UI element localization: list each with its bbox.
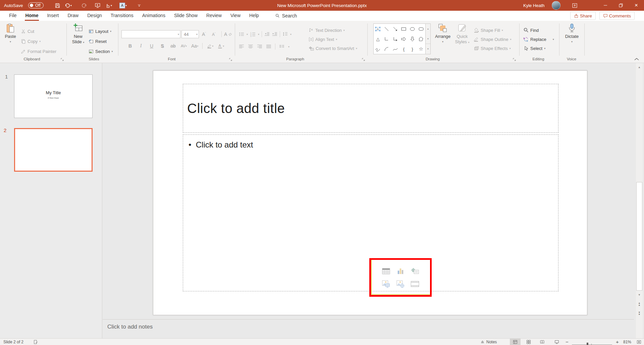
paste-button[interactable]: Paste ▾ bbox=[3, 23, 18, 44]
search-box[interactable]: Search bbox=[271, 11, 301, 21]
title-placeholder[interactable]: Click to add title bbox=[183, 84, 558, 133]
insert-video-button[interactable] bbox=[409, 279, 421, 289]
font-name-combo[interactable]: ▾ bbox=[121, 30, 180, 38]
accessibility-check-button[interactable] bbox=[34, 339, 38, 345]
bullets-icon[interactable] bbox=[239, 32, 244, 37]
shape-curve[interactable] bbox=[391, 44, 399, 54]
share-button[interactable]: Share bbox=[570, 12, 596, 20]
slideshow-view-button[interactable] bbox=[551, 339, 562, 345]
justify-icon[interactable] bbox=[266, 44, 271, 49]
zoom-level[interactable]: 81% bbox=[623, 339, 631, 345]
insert-pictures-button[interactable] bbox=[380, 279, 392, 289]
align-center-icon[interactable] bbox=[248, 44, 253, 49]
cut-button[interactable]: Cut bbox=[21, 27, 34, 35]
zoom-slider-handle[interactable] bbox=[587, 343, 588, 345]
drawing-dialog-launcher[interactable] bbox=[513, 58, 517, 62]
shape-textbox[interactable]: A bbox=[374, 24, 382, 34]
gallery-more-button[interactable]: ▾ bbox=[426, 44, 430, 54]
copy-button[interactable]: Copy▾ bbox=[21, 38, 41, 45]
clear-formatting-button[interactable]: A bbox=[224, 31, 232, 38]
shape-right-arrow[interactable] bbox=[399, 34, 408, 44]
shape-elbow-arrow-connector[interactable] bbox=[391, 34, 399, 44]
shrink-font-button[interactable]: Aˇ bbox=[212, 31, 216, 38]
dropdown-icon[interactable]: ▾ bbox=[247, 33, 248, 36]
slide-2-thumbnail[interactable] bbox=[14, 128, 93, 172]
insert-smartart-button[interactable] bbox=[409, 266, 421, 276]
previous-slide-button[interactable]: ▲▲ bbox=[636, 301, 643, 307]
italic-button[interactable]: I bbox=[138, 42, 144, 50]
shape-outline-button[interactable]: Shape Outline▾ bbox=[474, 36, 511, 43]
ribbon-display-options-button[interactable] bbox=[570, 0, 579, 11]
undo-button[interactable]: ▾ bbox=[64, 0, 72, 11]
dictate-button[interactable]: Dictate ▾ bbox=[563, 23, 581, 44]
align-left-icon[interactable] bbox=[239, 44, 244, 49]
tab-review[interactable]: Review bbox=[202, 11, 226, 21]
scrollbar-thumb[interactable] bbox=[636, 182, 642, 291]
shape-elbow-connector[interactable] bbox=[382, 34, 391, 44]
shape-left-brace[interactable]: { bbox=[399, 44, 408, 54]
tab-transitions[interactable]: Transitions bbox=[106, 11, 138, 21]
align-text-button[interactable]: Align Text▾ bbox=[309, 36, 337, 43]
tab-file[interactable]: File bbox=[5, 11, 21, 21]
shape-arrow[interactable] bbox=[391, 24, 399, 34]
highlight-color-button[interactable]: ▾ bbox=[207, 42, 213, 50]
replace-button[interactable]: bc Replace▾ bbox=[523, 36, 554, 43]
new-slide-button[interactable]: New Slide ▾ bbox=[70, 23, 87, 45]
tab-draw[interactable]: Draw bbox=[63, 11, 83, 21]
text-shadow-button[interactable]: S bbox=[159, 42, 166, 50]
shape-scribble[interactable] bbox=[374, 44, 382, 54]
collapse-ribbon-button[interactable] bbox=[634, 57, 640, 62]
convert-to-smartart-button[interactable]: Convert to SmartArt▾ bbox=[309, 45, 357, 52]
gallery-up-button[interactable]: ▴ bbox=[426, 24, 430, 34]
numbering-icon[interactable]: 123 bbox=[250, 32, 256, 37]
layout-button[interactable]: Layout▾ bbox=[89, 27, 111, 35]
font-dialog-launcher[interactable] bbox=[229, 58, 233, 62]
minimize-button[interactable] bbox=[598, 0, 613, 11]
font-color-button[interactable]: A ▾ bbox=[217, 42, 224, 50]
notes-pane[interactable]: Click to add notes bbox=[103, 319, 634, 338]
scroll-down-button[interactable]: ▼ bbox=[636, 292, 643, 297]
font-size-combo[interactable]: 44▾ bbox=[181, 30, 199, 38]
paragraph-dialog-launcher[interactable] bbox=[362, 58, 366, 62]
section-button[interactable]: Section▾ bbox=[89, 48, 113, 55]
underline-button[interactable]: U bbox=[148, 42, 155, 50]
shape-rounded-rectangle[interactable] bbox=[417, 24, 425, 34]
change-case-button[interactable]: Aa▾ bbox=[191, 42, 198, 50]
avatar[interactable] bbox=[552, 1, 560, 10]
tab-animations[interactable]: Animations bbox=[138, 11, 170, 21]
dropdown-icon[interactable]: ▾ bbox=[288, 45, 289, 48]
bold-button[interactable]: B bbox=[127, 42, 133, 50]
text-direction-button[interactable]: A Text Direction▾ bbox=[309, 26, 345, 34]
character-spacing-button[interactable]: AV▾ bbox=[180, 42, 187, 50]
quick-access-style-button[interactable]: A ▾ bbox=[119, 0, 127, 11]
save-button[interactable] bbox=[53, 0, 62, 11]
shape-freeform[interactable] bbox=[417, 34, 425, 44]
account-name[interactable]: Kyle Heath bbox=[523, 0, 545, 11]
grow-font-button[interactable]: Aˆ bbox=[202, 31, 206, 38]
next-slide-button[interactable]: ▼▼ bbox=[636, 310, 643, 317]
clipboard-dialog-launcher[interactable] bbox=[60, 58, 64, 62]
select-button[interactable]: Select▾ bbox=[523, 45, 545, 52]
slide-1-thumbnail[interactable]: My Title A New Hope bbox=[14, 74, 93, 118]
tab-view[interactable]: View bbox=[226, 11, 245, 21]
reading-view-button[interactable] bbox=[537, 339, 547, 345]
gallery-down-button[interactable]: ▾ bbox=[426, 34, 430, 44]
insert-online-pictures-button[interactable] bbox=[395, 279, 406, 289]
touch-mouse-mode-button[interactable]: ▾ bbox=[105, 0, 112, 11]
dropdown-icon[interactable]: ▾ bbox=[290, 33, 291, 36]
shape-line[interactable] bbox=[382, 24, 391, 34]
shape-star[interactable]: ☆ bbox=[417, 44, 425, 54]
tab-home[interactable]: Home bbox=[21, 11, 43, 21]
arrange-button[interactable]: Arrange ▾ bbox=[433, 23, 452, 44]
strikethrough-button[interactable]: ab bbox=[170, 42, 176, 50]
shape-rectangle[interactable] bbox=[399, 24, 408, 34]
tab-help[interactable]: Help bbox=[245, 11, 263, 21]
notes-toggle-button[interactable]: Notes bbox=[480, 339, 497, 345]
comments-button[interactable]: Comments bbox=[599, 12, 635, 20]
slide-canvas[interactable]: Click to add title • Click to add text bbox=[153, 70, 587, 315]
tab-insert[interactable]: Insert bbox=[43, 11, 63, 21]
increase-indent-icon[interactable] bbox=[272, 32, 277, 37]
scroll-up-button[interactable]: ▲ bbox=[636, 64, 643, 70]
find-button[interactable]: Find bbox=[523, 26, 539, 34]
fit-to-window-button[interactable] bbox=[637, 339, 641, 345]
